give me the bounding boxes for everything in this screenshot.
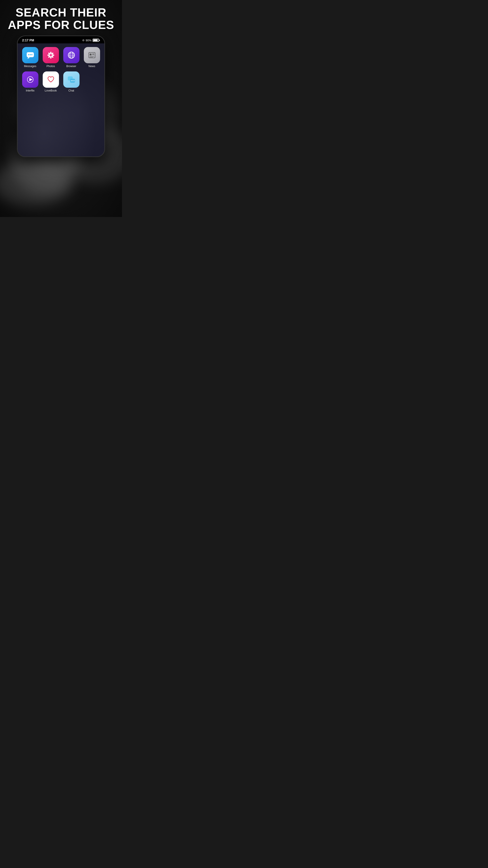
status-time: 2:17 PM [22, 38, 34, 42]
lovebook-label: LoveBook [45, 89, 57, 92]
headline-line2: APPS FOR CLUES [8, 18, 114, 31]
app-photos[interactable]: Photos [41, 47, 60, 68]
app-interflix[interactable]: Interflix [21, 71, 39, 92]
interflix-icon [22, 71, 38, 88]
battery-icon [93, 39, 100, 42]
no-disturb-icon: ⊘ [82, 39, 85, 42]
svg-point-2 [28, 54, 29, 55]
app-empty [83, 71, 101, 92]
photos-label: Photos [46, 65, 55, 68]
svg-point-13 [52, 53, 53, 54]
browser-label: Browser [66, 65, 76, 68]
svg-point-6 [50, 54, 52, 56]
battery-percent: 90% [86, 39, 92, 42]
svg-marker-27 [29, 78, 33, 81]
empty-slot-icon [84, 71, 100, 88]
app-lovebook[interactable]: LoveBook [41, 71, 60, 92]
chat-icon [63, 71, 79, 88]
photos-icon [43, 47, 59, 63]
svg-point-12 [52, 56, 53, 58]
lovebook-icon [43, 71, 59, 88]
page-content: SEARCH THEIR APPS FOR CLUES 2:17 PM ⊘ 90… [0, 0, 122, 217]
svg-point-7 [50, 52, 52, 53]
app-news[interactable]: News [83, 47, 101, 68]
svg-point-10 [53, 55, 54, 56]
svg-point-14 [48, 56, 50, 58]
interflix-label: Interflix [26, 89, 35, 92]
messages-label: Messages [24, 65, 36, 68]
svg-rect-21 [90, 54, 92, 55]
messages-icon [22, 47, 38, 63]
headline: SEARCH THEIR APPS FOR CLUES [1, 0, 121, 35]
svg-point-30 [71, 80, 72, 81]
chat-label: Chat [68, 89, 74, 92]
svg-point-8 [50, 57, 52, 59]
svg-point-32 [74, 80, 74, 81]
news-label: News [88, 65, 95, 68]
news-icon [84, 47, 100, 63]
phone-screen: Messages [18, 43, 104, 156]
svg-marker-1 [28, 57, 30, 59]
app-chat[interactable]: Chat [62, 71, 80, 92]
status-right: ⊘ 90% [82, 39, 100, 42]
phone-frame: 2:17 PM ⊘ 90% [17, 35, 105, 157]
app-grid-row2: Interflix LoveBook [21, 71, 101, 92]
status-bar: 2:17 PM ⊘ 90% [18, 36, 104, 43]
svg-point-3 [30, 54, 31, 55]
browser-icon [63, 47, 79, 63]
headline-line1: SEARCH THEIR [15, 6, 106, 19]
svg-point-9 [47, 55, 49, 56]
app-messages[interactable]: Messages [21, 47, 39, 68]
app-grid-row1: Messages [21, 47, 101, 68]
app-browser[interactable]: Browser [62, 47, 80, 68]
svg-point-11 [48, 53, 50, 54]
svg-point-31 [72, 80, 73, 81]
svg-point-4 [31, 54, 32, 55]
